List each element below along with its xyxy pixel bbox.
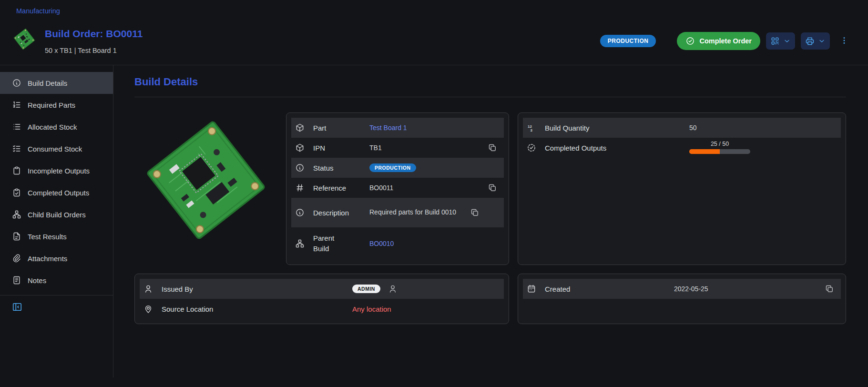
list-numbers-icon <box>12 100 21 110</box>
progress-track <box>689 149 750 154</box>
dots-vertical-icon <box>839 36 849 45</box>
copy-button[interactable] <box>467 205 482 220</box>
sidebar-item-label: Incomplete Outputs <box>28 167 90 175</box>
row-issued-by: Issued By ADMIN <box>140 279 504 299</box>
report-icon <box>12 232 21 241</box>
detail-row-reference: Reference BO0011 <box>291 178 504 198</box>
print-actions-button[interactable] <box>801 32 830 50</box>
detail-row-part: Part Test Board 1 <box>291 118 504 138</box>
sidebar-item-allocated-stock[interactable]: Allocated Stock <box>0 116 113 138</box>
sidebar-item-consumed-stock[interactable]: Consumed Stock <box>0 138 113 160</box>
info-circle-icon <box>295 163 313 173</box>
detail-value: Required parts for Build 0010 <box>369 208 467 217</box>
list-check-icon <box>12 144 21 153</box>
section-title: Build Details <box>134 76 846 88</box>
page-header: Build Order: BO0011 50 x TB1 | Test Boar… <box>0 20 868 65</box>
barcode-actions-button[interactable] <box>766 32 795 50</box>
status-badge: PRODUCTION <box>600 35 656 47</box>
header-actions: PRODUCTION Complete Order <box>600 24 849 50</box>
sidebar-item-completed-outputs[interactable]: Completed Outputs <box>0 182 113 204</box>
detail-value: TB1 <box>369 144 485 152</box>
sidebar-item-label: Completed Outputs <box>28 189 89 197</box>
complete-order-button[interactable]: Complete Order <box>677 32 760 50</box>
more-actions-button[interactable] <box>839 36 849 47</box>
issued-by-badge: ADMIN <box>352 285 380 293</box>
part-image[interactable] <box>134 112 277 265</box>
clipboard-icon <box>12 166 21 175</box>
info-circle-icon <box>295 208 313 217</box>
sidebar-item-attachments[interactable]: Attachments <box>0 247 113 269</box>
user-icon <box>388 284 398 294</box>
detail-label: Source Location <box>162 305 352 313</box>
hash-icon <box>295 183 313 193</box>
page-subtitle: 50 x TB1 | Test Board 1 <box>45 47 143 54</box>
complete-order-label: Complete Order <box>699 37 752 45</box>
sidebar-item-label: Allocated Stock <box>28 123 77 131</box>
detail-label: Issued By <box>162 285 352 293</box>
circle-check-icon <box>685 36 695 46</box>
detail-label: Description <box>313 209 369 217</box>
qrcode-icon <box>770 36 780 46</box>
pcb-image <box>139 113 273 247</box>
info-circle-icon <box>12 78 21 88</box>
sidebar-item-incomplete-outputs[interactable]: Incomplete Outputs <box>0 160 113 182</box>
notes-icon <box>12 275 21 285</box>
header-titles: Build Order: BO0011 50 x TB1 | Test Boar… <box>45 24 143 54</box>
row-build-quantity: Build Quantity 50 <box>523 118 841 138</box>
quantity-panel: Build Quantity 50 Completed Outputs 25 /… <box>518 112 846 265</box>
issued-panel: Issued By ADMIN Source Location Any loca… <box>134 274 509 324</box>
section-divider <box>134 97 846 97</box>
sidebar-item-label: Attachments <box>28 255 67 263</box>
detail-value: BO0011 <box>369 184 485 192</box>
map-pin-icon <box>143 304 162 314</box>
detail-row-ipn: IPN TB1 <box>291 138 504 158</box>
sidebar-item-test-results[interactable]: Test Results <box>0 225 113 247</box>
sidebar-item-label: Consumed Stock <box>28 145 82 153</box>
detail-label: Completed Outputs <box>545 144 689 152</box>
created-value: 2022-05-25 <box>674 285 822 293</box>
sidebar-item-label: Required Parts <box>28 101 75 109</box>
sidebar-footer <box>0 295 113 320</box>
user-icon <box>143 284 162 294</box>
sidebar-item-required-parts[interactable]: Required Parts <box>0 94 113 116</box>
progress-fill <box>689 149 720 154</box>
source-location-value: Any location <box>352 305 500 313</box>
package-icon <box>295 143 313 153</box>
detail-label: Parent Build <box>313 233 369 255</box>
status-badge-small: PRODUCTION <box>369 163 416 172</box>
collapse-sidebar-button[interactable] <box>12 302 22 314</box>
parent-build-link[interactable]: BO0010 <box>369 240 394 247</box>
sidebar-item-child-build-orders[interactable]: Child Build Orders <box>0 204 113 225</box>
detail-label: Reference <box>313 184 369 192</box>
detail-label: Build Quantity <box>545 124 689 132</box>
row-source-location: Source Location Any location <box>140 299 504 319</box>
breadcrumb-link-manufacturing[interactable]: Manufacturing <box>16 7 60 15</box>
detail-label: Created <box>545 285 674 293</box>
sitemap-icon <box>295 239 313 248</box>
build-thumbnail-image[interactable] <box>12 27 36 51</box>
numbers-123-icon <box>527 123 545 132</box>
row-created: Created 2022-05-25 <box>523 279 841 299</box>
build-quantity-value: 50 <box>689 124 837 132</box>
sidebar-item-label: Build Details <box>28 79 67 87</box>
details-grid: Part Test Board 1 IPN TB1 Status PRODUCT… <box>134 112 846 324</box>
sidebar-item-build-details[interactable]: Build Details <box>0 72 113 94</box>
main-content: Build Details Part Test Board 1 <box>113 65 868 377</box>
sidebar-item-label: Child Build Orders <box>28 211 86 219</box>
sidebar: Build Details Required Parts Allocated S… <box>0 65 113 377</box>
list-icon <box>12 122 21 132</box>
copy-button[interactable] <box>485 180 500 195</box>
package-icon <box>295 123 313 132</box>
app-root: Manufacturing Build Order: BO0011 50 x T… <box>0 0 868 377</box>
chevron-down-icon <box>783 37 791 45</box>
copy-button[interactable] <box>822 281 837 296</box>
part-link[interactable]: Test Board 1 <box>369 124 407 132</box>
sidebar-item-label: Notes <box>28 276 46 285</box>
sidebar-item-notes[interactable]: Notes <box>0 269 113 291</box>
detail-row-parent-build: Parent Build BO0010 <box>291 227 504 260</box>
progress-check-icon <box>527 143 545 153</box>
detail-label: IPN <box>313 144 369 152</box>
copy-button[interactable] <box>485 140 500 155</box>
paperclip-icon <box>12 254 21 263</box>
sidebar-item-label: Test Results <box>28 233 67 241</box>
